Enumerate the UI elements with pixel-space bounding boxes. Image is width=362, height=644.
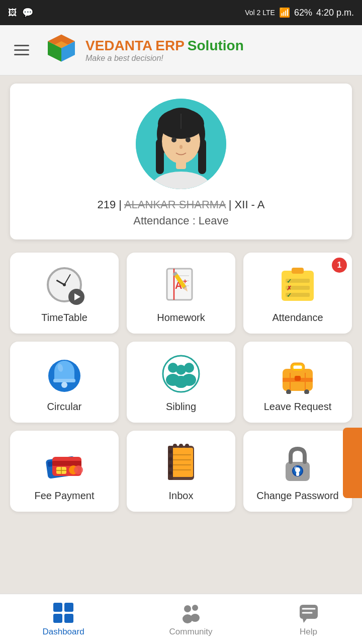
svg-point-77 bbox=[169, 464, 172, 468]
change-password-icon bbox=[278, 443, 318, 483]
svg-text:✗: ✗ bbox=[287, 285, 292, 292]
svg-point-76 bbox=[169, 457, 172, 461]
grid-item-attendance[interactable]: 1 ✓ ✗ ✓ Attendance bbox=[243, 253, 352, 334]
signal-bars: 📶 bbox=[279, 7, 290, 18]
svg-point-46 bbox=[174, 376, 188, 388]
svg-rect-51 bbox=[295, 376, 301, 381]
photo-icon: 🖼 bbox=[8, 8, 17, 18]
svg-point-75 bbox=[169, 450, 172, 454]
homework-label: Homework bbox=[157, 312, 205, 324]
clock-time: 4:20 p.m. bbox=[316, 8, 354, 18]
help-icon bbox=[298, 602, 320, 624]
orange-decoration bbox=[343, 428, 362, 498]
nav-item-dashboard[interactable]: Dashboard bbox=[30, 598, 96, 641]
grid-item-sibling[interactable]: Sibling bbox=[127, 342, 235, 423]
help-nav-label: Help bbox=[300, 627, 317, 637]
logo-vedanta: VEDANTA bbox=[85, 38, 152, 54]
svg-point-66 bbox=[179, 444, 183, 448]
inbox-label: Inbox bbox=[169, 490, 194, 502]
timetable-label: TimeTable bbox=[41, 312, 87, 324]
logo-text-block: VEDANTA ERP Solution Make a best decisio… bbox=[85, 38, 244, 63]
profile-card: 219 | ALANKAR SHARMA | XII - A Attendanc… bbox=[10, 84, 352, 239]
logo-erp: ERP bbox=[155, 38, 185, 54]
svg-rect-69 bbox=[171, 448, 193, 477]
profile-id-text: 219 | ALANKAR SHARMA | XII - A bbox=[97, 198, 264, 211]
dashboard-nav-label: Dashboard bbox=[42, 627, 84, 637]
community-nav-label: Community bbox=[169, 627, 213, 637]
svg-rect-86 bbox=[53, 614, 62, 623]
bottom-nav: Dashboard Community Help bbox=[0, 594, 362, 644]
profile-name: ALANKAR SHARMA bbox=[124, 198, 226, 211]
svg-rect-84 bbox=[53, 603, 62, 612]
grid-item-circular[interactable]: Circular bbox=[10, 342, 119, 423]
svg-point-44 bbox=[176, 365, 186, 375]
sibling-label: Sibling bbox=[166, 401, 196, 413]
attendance-status: Attendance : Leave bbox=[133, 214, 229, 227]
fee-payment-label: Fee Payment bbox=[35, 490, 95, 502]
svg-marker-93 bbox=[303, 619, 307, 623]
svg-point-68 bbox=[185, 444, 189, 448]
nav-item-help[interactable]: Help bbox=[286, 598, 332, 641]
status-right-info: Vol 2 LTE 📶 62% 4:20 p.m. bbox=[245, 7, 354, 18]
sibling-icon bbox=[161, 354, 201, 394]
profile-class: XII - A bbox=[235, 198, 265, 211]
svg-point-90 bbox=[192, 605, 198, 611]
svg-rect-92 bbox=[300, 605, 318, 619]
svg-rect-28 bbox=[292, 268, 304, 274]
battery-text: 62% bbox=[294, 8, 312, 18]
profile-info: 219 | ALANKAR SHARMA | XII - A bbox=[97, 198, 264, 211]
grid-item-timetable[interactable]: TimeTable bbox=[10, 253, 119, 334]
svg-point-12 bbox=[186, 137, 191, 142]
app-header: VEDANTA ERP Solution Make a best decisio… bbox=[0, 25, 362, 75]
attendance-badge: 1 bbox=[332, 258, 347, 273]
attendance-icon: ✓ ✗ ✓ bbox=[278, 265, 318, 305]
avatar-svg bbox=[136, 99, 226, 189]
svg-rect-15 bbox=[176, 159, 186, 169]
homework-icon: A + bbox=[161, 265, 201, 305]
svg-rect-85 bbox=[64, 603, 73, 612]
svg-rect-49 bbox=[293, 365, 303, 370]
status-bar: 🖼 💬 Vol 2 LTE 📶 62% 4:20 p.m. bbox=[0, 0, 362, 25]
leave-request-label: Leave Request bbox=[264, 401, 332, 413]
svg-rect-82 bbox=[296, 472, 299, 476]
svg-text:✓: ✓ bbox=[287, 292, 292, 299]
svg-point-91 bbox=[191, 614, 200, 622]
logo-cube-icon bbox=[43, 32, 79, 68]
nav-item-community[interactable]: Community bbox=[157, 598, 225, 641]
svg-text:✓: ✓ bbox=[287, 278, 292, 285]
grid-item-leave-request[interactable]: Leave Request bbox=[243, 342, 352, 423]
svg-point-11 bbox=[171, 137, 176, 142]
change-password-label: Change Password bbox=[256, 490, 338, 502]
svg-point-67 bbox=[173, 444, 177, 448]
dashboard-icon bbox=[52, 602, 74, 624]
attendance-label: Attendance bbox=[272, 312, 323, 324]
logo: VEDANTA ERP Solution Make a best decisio… bbox=[43, 32, 244, 68]
svg-point-64 bbox=[74, 465, 83, 474]
circular-label: Circular bbox=[47, 401, 82, 413]
grid-item-fee-payment[interactable]: Fee Payment bbox=[10, 431, 119, 512]
status-left-icons: 🖼 💬 bbox=[8, 7, 33, 18]
inbox-icon bbox=[161, 443, 201, 483]
community-icon bbox=[180, 602, 202, 624]
svg-point-88 bbox=[184, 605, 191, 612]
timetable-icon bbox=[44, 265, 84, 305]
logo-solution: Solution bbox=[188, 38, 244, 54]
grid-item-homework[interactable]: A + Homework bbox=[127, 253, 235, 334]
svg-point-78 bbox=[169, 471, 172, 475]
network-icon: Vol 2 LTE bbox=[245, 9, 275, 17]
logo-subtitle: Make a best decision! bbox=[85, 54, 244, 63]
leave-request-icon bbox=[278, 354, 318, 394]
svg-point-83 bbox=[294, 466, 297, 469]
grid-item-inbox[interactable]: Inbox bbox=[127, 431, 235, 512]
svg-rect-36 bbox=[53, 379, 75, 382]
fee-payment-icon bbox=[44, 443, 84, 483]
svg-point-13 bbox=[179, 145, 183, 149]
grid-item-change-password[interactable]: Change Password bbox=[243, 431, 352, 512]
menu-grid: TimeTable A + bbox=[0, 248, 362, 517]
svg-rect-87 bbox=[64, 614, 73, 623]
svg-point-37 bbox=[61, 382, 67, 388]
avatar bbox=[136, 99, 226, 189]
menu-button[interactable] bbox=[10, 41, 33, 59]
svg-rect-59 bbox=[52, 461, 81, 466]
wechat-icon: 💬 bbox=[22, 7, 33, 18]
